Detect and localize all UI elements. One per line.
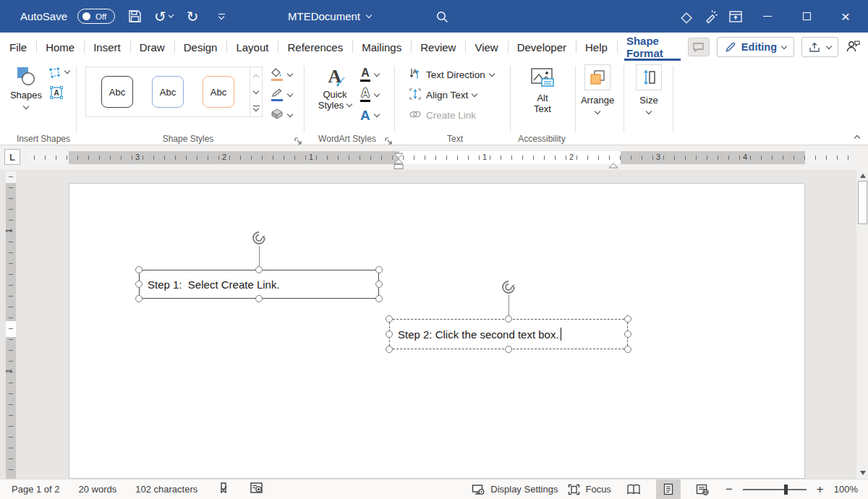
rotate-handle-icon[interactable] bbox=[501, 279, 516, 295]
editing-mode-button[interactable]: Editing bbox=[717, 37, 794, 57]
resize-handle-nw[interactable] bbox=[386, 315, 393, 323]
resize-handle-ne[interactable] bbox=[624, 315, 631, 323]
print-layout-button[interactable] bbox=[656, 479, 681, 499]
autosave-toggle[interactable]: Off bbox=[77, 9, 115, 24]
arrange-button[interactable]: Arrange bbox=[577, 64, 618, 114]
resize-handle-nw[interactable] bbox=[135, 266, 142, 273]
word-count[interactable]: 20 words bbox=[79, 484, 117, 495]
shape-effects-button[interactable] bbox=[271, 106, 292, 124]
premium-diamond-icon[interactable]: ◇ bbox=[677, 7, 696, 26]
edit-shape-chevron-icon[interactable] bbox=[64, 68, 70, 74]
text-direction-button[interactable]: A Text Direction bbox=[409, 66, 494, 83]
size-button[interactable]: Size bbox=[631, 64, 667, 114]
horizontal-ruler[interactable]: 3 2 1 1 2 3 4 bbox=[29, 151, 850, 164]
shape-style-option-2[interactable]: Abc bbox=[152, 76, 184, 108]
quick-access-customize-button[interactable] bbox=[212, 7, 231, 26]
laser-pen-icon[interactable] bbox=[702, 7, 720, 26]
tab-shape-format[interactable]: Shape Format bbox=[617, 33, 688, 61]
undo-button[interactable]: ↺ bbox=[154, 7, 173, 26]
page-indicator[interactable]: Page 1 of 2 bbox=[12, 484, 60, 495]
tab-developer[interactable]: Developer bbox=[508, 33, 576, 61]
zoom-slider[interactable] bbox=[743, 489, 807, 490]
resize-handle-s[interactable] bbox=[505, 346, 512, 353]
tab-help[interactable]: Help bbox=[576, 33, 617, 61]
undo-chevron-icon[interactable] bbox=[168, 12, 174, 18]
tab-view[interactable]: View bbox=[465, 33, 507, 61]
resize-handle-e[interactable] bbox=[624, 330, 631, 338]
textbox-2[interactable]: Step 2: Click the second text box. bbox=[389, 319, 628, 349]
tab-references[interactable]: References bbox=[278, 33, 352, 61]
gallery-more-button[interactable] bbox=[253, 106, 260, 111]
zoom-slider-handle[interactable] bbox=[784, 485, 788, 495]
character-count[interactable]: 102 characters bbox=[135, 484, 197, 495]
resize-handle-w[interactable] bbox=[135, 281, 142, 288]
display-settings-button[interactable]: Display Settings bbox=[472, 484, 558, 495]
alt-text-button[interactable]: Alt Text bbox=[522, 67, 563, 114]
resize-handle-sw[interactable] bbox=[386, 346, 393, 353]
tab-file[interactable]: File bbox=[0, 33, 36, 61]
vertical-scrollbar[interactable] bbox=[856, 170, 868, 479]
wordart-styles-dialog-launcher[interactable] bbox=[385, 135, 393, 144]
ribbon-display-options-icon[interactable] bbox=[726, 7, 745, 26]
tab-stop-selector[interactable]: L bbox=[4, 149, 20, 165]
minimize-button[interactable] bbox=[751, 0, 784, 33]
gallery-scroll-up-icon[interactable] bbox=[253, 74, 259, 80]
shape-styles-dialog-launcher[interactable] bbox=[294, 135, 303, 144]
vertical-ruler[interactable]: 1 1 bbox=[6, 171, 16, 479]
scrollbar-thumb[interactable] bbox=[858, 181, 867, 224]
share-button[interactable] bbox=[801, 37, 838, 57]
shape-style-option-3[interactable]: Abc bbox=[203, 76, 234, 108]
edit-shape-icon[interactable] bbox=[48, 67, 61, 82]
tab-home[interactable]: Home bbox=[36, 33, 84, 61]
text-box-icon[interactable]: A bbox=[49, 85, 64, 103]
text-outline-button[interactable]: A bbox=[360, 86, 379, 103]
textbox-1[interactable]: Step 1: Select Create Link. bbox=[139, 270, 379, 299]
tab-review[interactable]: Review bbox=[411, 33, 465, 61]
shape-style-option-1[interactable]: Abc bbox=[101, 76, 133, 108]
resize-handle-n[interactable] bbox=[255, 266, 263, 273]
macro-record-icon[interactable] bbox=[250, 482, 264, 497]
presence-people-icon[interactable] bbox=[846, 39, 861, 56]
tab-draw[interactable]: Draw bbox=[130, 33, 174, 61]
document-title-menu[interactable]: MTEDocument bbox=[288, 0, 371, 33]
shape-fill-button[interactable] bbox=[271, 66, 292, 83]
search-icon[interactable] bbox=[433, 7, 451, 26]
shape-effects-icon bbox=[271, 108, 284, 122]
align-text-button[interactable]: Align Text bbox=[409, 86, 477, 103]
text-effects-button[interactable]: A bbox=[360, 106, 379, 124]
resize-handle-sw[interactable] bbox=[135, 295, 142, 302]
quick-styles-button[interactable]: A Quick Styles bbox=[315, 66, 354, 111]
shapes-button[interactable]: Shapes bbox=[7, 66, 45, 108]
scroll-up-button[interactable] bbox=[856, 170, 868, 182]
save-icon[interactable] bbox=[125, 7, 144, 26]
zoom-in-button[interactable]: + bbox=[817, 483, 824, 495]
zoom-percentage[interactable]: 100% bbox=[834, 484, 858, 495]
focus-mode-button[interactable]: Focus bbox=[568, 484, 610, 495]
resize-handle-s[interactable] bbox=[255, 295, 263, 302]
redo-button[interactable]: ↻ bbox=[183, 7, 202, 26]
scroll-down-button[interactable] bbox=[856, 467, 868, 479]
tab-layout[interactable]: Layout bbox=[226, 33, 278, 61]
tab-mailings[interactable]: Mailings bbox=[352, 33, 411, 61]
web-layout-button[interactable] bbox=[691, 479, 715, 499]
zoom-out-button[interactable]: − bbox=[726, 483, 733, 495]
gallery-scroll-down-icon[interactable] bbox=[253, 88, 259, 94]
text-fill-button[interactable]: A bbox=[360, 66, 379, 83]
tab-insert[interactable]: Insert bbox=[84, 33, 130, 61]
close-button[interactable]: × bbox=[829, 0, 862, 33]
create-link-button-disabled[interactable]: Create Link bbox=[409, 106, 476, 124]
resize-handle-n[interactable] bbox=[505, 315, 512, 323]
resize-handle-se[interactable] bbox=[624, 346, 631, 353]
resize-handle-ne[interactable] bbox=[375, 266, 383, 273]
comments-button[interactable] bbox=[688, 38, 710, 56]
resize-handle-e[interactable] bbox=[375, 281, 383, 288]
rotate-handle-icon[interactable] bbox=[251, 230, 267, 246]
collapse-ribbon-chevron-icon[interactable] bbox=[854, 135, 860, 141]
resize-handle-se[interactable] bbox=[375, 295, 383, 302]
maximize-button[interactable] bbox=[790, 0, 823, 33]
shape-outline-button[interactable] bbox=[271, 86, 292, 103]
resize-handle-w[interactable] bbox=[386, 330, 393, 338]
tab-design[interactable]: Design bbox=[174, 33, 227, 61]
proofing-status-icon[interactable] bbox=[216, 482, 231, 497]
read-mode-button[interactable] bbox=[621, 479, 646, 499]
